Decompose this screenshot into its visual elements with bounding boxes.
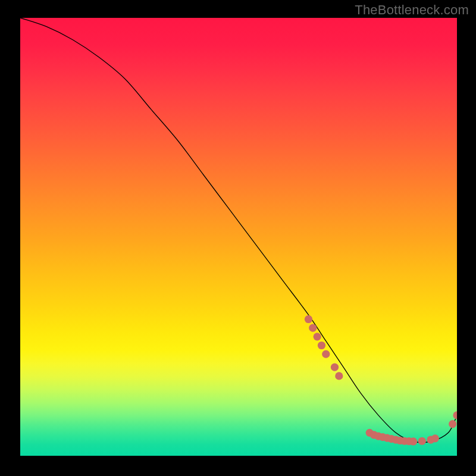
- background-gradient: [20, 18, 457, 456]
- plot-area: [20, 18, 457, 456]
- watermark-text: TheBottleneck.com: [355, 2, 469, 18]
- chart-frame: TheBottleneck.com: [0, 0, 476, 476]
